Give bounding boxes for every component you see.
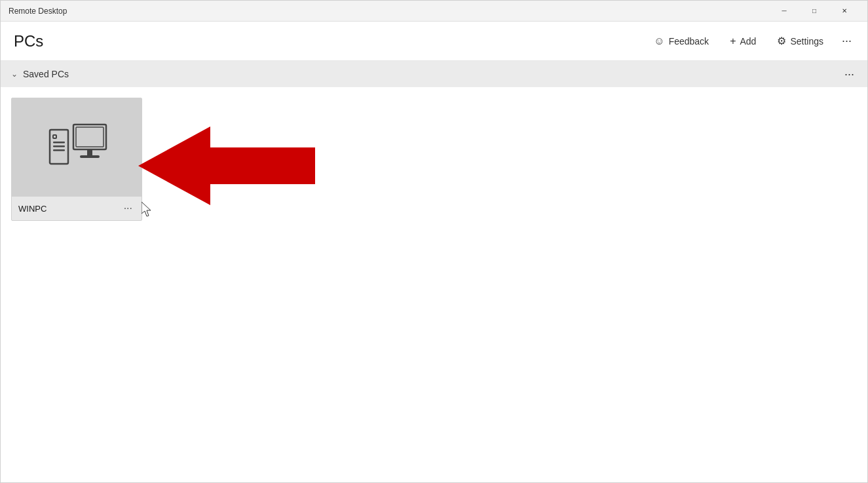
- add-label: Add: [740, 36, 756, 47]
- chevron-down-icon: ⌄: [11, 69, 18, 79]
- window-title: Remote Desktop: [9, 7, 67, 16]
- svg-rect-4: [53, 149, 65, 151]
- svg-marker-10: [142, 202, 151, 216]
- app-window: Remote Desktop ─ □ ✕ PCs ☺ Feedback + Ad…: [0, 0, 868, 483]
- arrow-annotation: [138, 113, 315, 221]
- pc-card-more-button[interactable]: ···: [121, 201, 135, 216]
- feedback-label: Feedback: [669, 36, 709, 47]
- pcs-grid: WINPC ···: [1, 87, 867, 231]
- title-bar-controls: ─ □ ✕: [769, 1, 859, 22]
- saved-pcs-more-button[interactable]: ···: [839, 64, 859, 85]
- title-bar: Remote Desktop ─ □ ✕: [1, 1, 867, 22]
- svg-rect-2: [53, 142, 65, 144]
- svg-rect-8: [80, 155, 100, 158]
- mouse-cursor: [142, 202, 155, 220]
- page-title: PCs: [14, 32, 43, 50]
- add-icon: +: [730, 36, 736, 47]
- content-area: ⌄ Saved PCs ···: [1, 61, 867, 482]
- header-more-button[interactable]: ···: [837, 30, 857, 52]
- saved-pcs-section-header: ⌄ Saved PCs ···: [1, 61, 867, 87]
- svg-rect-3: [53, 145, 65, 147]
- pc-card-thumbnail: [12, 98, 142, 197]
- pc-icon: [45, 115, 110, 180]
- pc-card-name: WINPC: [18, 204, 47, 214]
- add-button[interactable]: + Add: [722, 32, 764, 50]
- section-header-left: ⌄ Saved PCs: [11, 69, 69, 79]
- settings-icon: ⚙: [777, 36, 786, 47]
- minimize-button[interactable]: ─: [769, 1, 799, 22]
- feedback-icon: ☺: [654, 36, 664, 47]
- header-actions: ☺ Feedback + Add ⚙ Settings ···: [646, 30, 857, 52]
- svg-rect-7: [87, 149, 92, 156]
- maximize-button[interactable]: □: [799, 1, 829, 22]
- pc-card-footer: WINPC ···: [12, 197, 142, 220]
- settings-button[interactable]: ⚙ Settings: [769, 32, 831, 50]
- header-bar: PCs ☺ Feedback + Add ⚙ Settings ···: [1, 22, 867, 61]
- svg-marker-9: [138, 126, 315, 205]
- close-button[interactable]: ✕: [829, 1, 859, 22]
- saved-pcs-title: Saved PCs: [23, 69, 69, 79]
- svg-rect-5: [73, 125, 106, 149]
- svg-rect-6: [76, 127, 104, 147]
- pc-card[interactable]: WINPC ···: [11, 98, 142, 221]
- settings-label: Settings: [790, 36, 823, 47]
- feedback-button[interactable]: ☺ Feedback: [646, 32, 717, 50]
- svg-rect-1: [53, 135, 56, 138]
